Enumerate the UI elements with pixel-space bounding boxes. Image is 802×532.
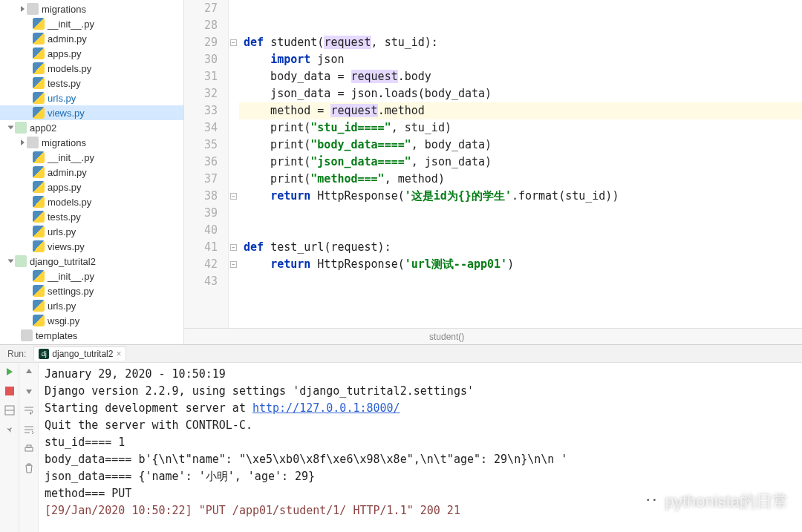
tree-label: admin.py	[48, 167, 87, 178]
fold-marker[interactable]: −	[230, 261, 237, 268]
tree-item-templates[interactable]: templates	[0, 328, 183, 343]
tree-label: apps.py	[48, 48, 82, 59]
code-line-40[interactable]	[239, 222, 802, 239]
pyfile-icon	[33, 77, 45, 89]
folder-icon	[21, 329, 33, 341]
project-tree[interactable]: migrations__init__.pyadmin.pyapps.pymode…	[0, 0, 184, 344]
code-line-39[interactable]	[239, 205, 802, 222]
pyfile-icon	[33, 270, 45, 282]
fold-marker[interactable]: −	[230, 39, 237, 46]
stop-icon[interactable]	[4, 385, 16, 397]
tree-label: app02	[30, 122, 56, 134]
code-line-37[interactable]: print("method===", method)	[239, 171, 802, 188]
rerun-icon[interactable]	[4, 366, 16, 378]
code-line-31[interactable]: body_data = request.body	[239, 68, 802, 85]
tree-item-apps-py[interactable]: apps.py	[0, 46, 183, 61]
tree-label: wsgi.py	[48, 315, 79, 326]
run-toolbar-left	[0, 363, 19, 532]
tree-item-urls-py[interactable]: urls.py	[0, 91, 183, 105]
down-icon[interactable]	[23, 385, 35, 397]
folder-icon	[27, 137, 39, 148]
tree-item-__init__-py[interactable]: __init__.py	[0, 16, 183, 31]
svg-rect-4	[27, 445, 31, 447]
console-line: Quit the server with CONTROL-C.	[45, 417, 796, 434]
pyfile-icon	[33, 151, 45, 163]
tree-item-apps-py[interactable]: apps.py	[0, 180, 183, 194]
trash-icon[interactable]	[23, 462, 35, 474]
tree-item-migrations[interactable]: migrations	[0, 135, 183, 150]
tree-label: views.py	[48, 108, 85, 119]
tree-label: admin.py	[48, 33, 87, 45]
pyfile-icon	[33, 47, 45, 59]
code-area[interactable]: def student(request, stu_id): import jso…	[239, 0, 802, 328]
code-line-43[interactable]	[239, 273, 802, 290]
wrap-icon[interactable]	[23, 404, 35, 416]
scroll-icon[interactable]	[23, 424, 35, 436]
code-line-41[interactable]: def test_url(request):	[239, 239, 802, 256]
tree-item-views-py[interactable]: views.py	[0, 239, 183, 254]
tree-item-urls-py[interactable]: urls.py	[0, 298, 183, 313]
code-line-38[interactable]: return HttpResponse('这是id为{}的学生'.format(…	[239, 188, 802, 205]
print-icon[interactable]	[23, 443, 35, 455]
layout-icon[interactable]	[4, 404, 16, 416]
tree-item-admin-py[interactable]: admin.py	[0, 165, 183, 180]
tree-item-__init__-py[interactable]: __init__.py	[0, 150, 183, 165]
tree-item-models-py[interactable]: models.py	[0, 61, 183, 76]
run-panel: Run: dj django_tutrital2 × J	[0, 344, 802, 532]
pyfile-icon	[33, 300, 45, 312]
tree-label: migrations	[42, 137, 86, 148]
console-line: January 29, 2020 - 10:50:19	[45, 366, 796, 383]
tree-item-django_tutrital2[interactable]: django_tutrital2	[0, 254, 183, 269]
run-tab-label: django_tutrital2	[52, 349, 113, 359]
djfolder-icon	[15, 255, 27, 267]
tree-item-urls-py[interactable]: urls.py	[0, 224, 183, 239]
tree-item-views-py[interactable]: views.py	[0, 105, 183, 120]
tree-item-tests-py[interactable]: tests.py	[0, 209, 183, 224]
tree-item-migrations[interactable]: migrations	[0, 1, 183, 16]
pyfile-icon	[33, 92, 45, 104]
code-editor[interactable]: 2728293031323334353637383940414243 −−−− …	[184, 0, 802, 328]
run-tab[interactable]: dj django_tutrital2 ×	[33, 347, 126, 361]
tree-label: models.py	[48, 197, 91, 208]
tree-label: __init__.py	[48, 152, 94, 163]
console-line: Starting development server at http://12…	[45, 400, 796, 417]
code-line-36[interactable]: print("json_data====", json_data)	[239, 154, 802, 171]
tree-item-settings-py[interactable]: settings.py	[0, 283, 183, 298]
pyfile-icon	[33, 315, 45, 326]
tree-label: urls.py	[48, 226, 76, 237]
code-line-27[interactable]	[239, 0, 802, 17]
tree-label: urls.py	[48, 93, 76, 104]
fold-gutter[interactable]: −−−−	[229, 0, 239, 328]
server-url-link[interactable]: http://127.0.0.1:8000/	[252, 401, 400, 415]
pyfile-icon	[33, 196, 45, 208]
svg-rect-0	[5, 387, 14, 395]
tree-item-wsgi-py[interactable]: wsgi.py	[0, 313, 183, 328]
tree-label: migrations	[42, 4, 86, 15]
code-line-29[interactable]: def student(request, stu_id):	[239, 34, 802, 51]
tree-item-admin-py[interactable]: admin.py	[0, 31, 183, 46]
pin-icon[interactable]	[4, 424, 16, 436]
code-line-33[interactable]: method = request.method	[239, 102, 802, 119]
tree-label: __init__.py	[48, 19, 94, 30]
line-number-gutter: 2728293031323334353637383940414243	[184, 0, 229, 328]
fold-marker[interactable]: −	[230, 193, 237, 200]
tree-label: models.py	[48, 63, 91, 74]
tree-item-__init__-py[interactable]: __init__.py	[0, 269, 183, 283]
pyfile-icon	[33, 285, 45, 297]
tree-item-models-py[interactable]: models.py	[0, 194, 183, 209]
code-line-28[interactable]	[239, 17, 802, 34]
fold-marker[interactable]: −	[230, 244, 237, 251]
breadcrumb[interactable]: student()	[184, 328, 802, 344]
close-icon[interactable]: ×	[116, 349, 121, 359]
tree-label: tests.py	[48, 211, 81, 223]
code-line-32[interactable]: json_data = json.loads(body_data)	[239, 85, 802, 102]
console-output[interactable]: January 29, 2020 - 10:50:19Django versio…	[39, 363, 802, 532]
code-line-42[interactable]: return HttpResponse('url测试--app01')	[239, 256, 802, 273]
code-line-35[interactable]: print("body_data====", body_data)	[239, 137, 802, 154]
tree-item-app02[interactable]: app02	[0, 120, 183, 135]
code-line-34[interactable]: print("stu_id====", stu_id)	[239, 119, 802, 137]
console-line: stu_id==== 1	[45, 434, 796, 451]
code-line-30[interactable]: import json	[239, 51, 802, 68]
tree-item-tests-py[interactable]: tests.py	[0, 76, 183, 91]
up-icon[interactable]	[23, 366, 35, 378]
